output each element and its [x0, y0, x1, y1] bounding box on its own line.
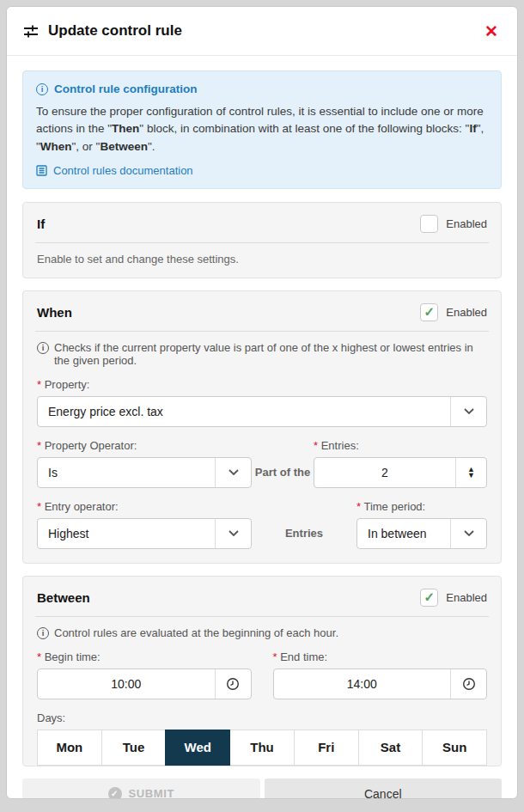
between-section-hint: Control rules are evaluated at the begin…: [37, 626, 487, 639]
when-section: When Enabled Checks if the current prope…: [22, 290, 502, 564]
info-banner-title-row: Control rule configuration: [36, 82, 488, 95]
submit-button[interactable]: SUBMIT: [22, 778, 260, 799]
divider: [35, 616, 489, 617]
time-period-select[interactable]: In between: [356, 518, 487, 549]
day-button-sat[interactable]: Sat: [358, 730, 423, 766]
property-select-value: Energy price excl. tax: [38, 397, 450, 426]
between-section-title: Between: [37, 590, 90, 605]
day-button-thu[interactable]: Thu: [229, 730, 295, 766]
entry-operator-select[interactable]: Highest: [37, 518, 252, 549]
clock-icon[interactable]: [215, 669, 251, 699]
day-button-wed[interactable]: Wed: [165, 730, 230, 766]
divider: [35, 331, 489, 332]
chevron-down-icon: [450, 519, 486, 548]
info-banner: Control rule configuration To ensure the…: [22, 70, 502, 189]
document-icon: [36, 165, 47, 176]
entries-value: 2: [314, 458, 455, 487]
divider: [35, 242, 489, 243]
when-enabled-label: Enabled: [446, 306, 487, 319]
property-select[interactable]: Energy price excl. tax: [37, 396, 487, 427]
entries-label: Entries:: [314, 439, 487, 452]
close-icon[interactable]: ✕: [481, 21, 502, 41]
documentation-link-label: Control rules documentation: [53, 164, 193, 177]
begin-time-value: 10:00: [38, 669, 215, 699]
dialog-title: Update control rule: [48, 22, 472, 40]
time-period-value: In between: [357, 519, 450, 548]
day-button-tue[interactable]: Tue: [101, 730, 167, 766]
entry-operator-label: Entry operator:: [37, 500, 252, 513]
when-enabled-checkbox[interactable]: [420, 303, 438, 321]
info-banner-title: Control rule configuration: [54, 82, 198, 95]
if-section-description: Enable to set and change these settings.: [37, 253, 487, 266]
if-section: If Enabled Enable to set and change thes…: [22, 202, 502, 278]
end-time-input[interactable]: 14:00: [273, 669, 488, 699]
dialog-header: Update control rule ✕: [7, 7, 517, 56]
stepper-down-icon[interactable]: ▼: [467, 473, 475, 479]
days-selector: MonTueWedThuFriSatSun: [37, 730, 487, 766]
info-banner-text: To ensure the proper configuration of co…: [36, 103, 488, 156]
dialog-footer: SUBMIT Cancel: [22, 778, 502, 799]
check-circle-icon: [108, 787, 122, 799]
number-stepper[interactable]: ▲ ▼: [455, 458, 486, 487]
documentation-link[interactable]: Control rules documentation: [36, 164, 488, 177]
when-section-hint: Checks if the current property value is …: [37, 341, 487, 367]
chevron-down-icon: [215, 519, 251, 548]
begin-time-input[interactable]: 10:00: [37, 669, 252, 699]
chevron-down-icon: [215, 458, 251, 487]
update-control-rule-dialog: Update control rule ✕ Control rule confi…: [6, 6, 518, 799]
day-button-fri[interactable]: Fri: [294, 730, 359, 766]
property-operator-value: Is: [38, 458, 215, 487]
connector-entries: Entries: [252, 518, 356, 549]
end-time-label: End time:: [273, 650, 488, 663]
info-icon: [36, 83, 48, 95]
between-section: Between Enabled Control rules are evalua…: [22, 576, 502, 766]
day-button-mon[interactable]: Mon: [37, 730, 102, 766]
when-section-title: When: [37, 305, 72, 320]
clock-icon[interactable]: [450, 669, 486, 699]
entries-input[interactable]: 2 ▲ ▼: [314, 457, 487, 488]
submit-button-label: SUBMIT: [129, 787, 174, 799]
info-icon: [37, 342, 49, 354]
property-operator-label: Property Operator:: [37, 439, 252, 452]
page-background: { "header": { "title": "Update control r…: [0, 0, 524, 812]
if-enabled-checkbox[interactable]: [420, 215, 438, 233]
chevron-down-icon: [450, 397, 486, 426]
dialog-body: Control rule configuration To ensure the…: [7, 56, 517, 799]
day-button-sun[interactable]: Sun: [422, 730, 487, 766]
sliders-icon: [22, 22, 40, 40]
between-enabled-checkbox[interactable]: [420, 589, 438, 607]
begin-time-label: Begin time:: [37, 650, 252, 663]
time-period-label: Time period:: [356, 500, 487, 513]
end-time-value: 14:00: [274, 669, 451, 699]
cancel-button[interactable]: Cancel: [265, 778, 503, 799]
between-enabled-label: Enabled: [446, 591, 487, 604]
if-section-title: If: [37, 217, 45, 231]
property-operator-select[interactable]: Is: [37, 457, 252, 488]
property-label: Property:: [37, 378, 487, 391]
connector-part-of-the: Part of the: [252, 457, 314, 488]
info-icon: [37, 627, 49, 639]
days-label: Days:: [37, 711, 487, 724]
cancel-button-label: Cancel: [364, 787, 402, 799]
entry-operator-value: Highest: [38, 519, 215, 548]
if-enabled-label: Enabled: [446, 217, 487, 230]
